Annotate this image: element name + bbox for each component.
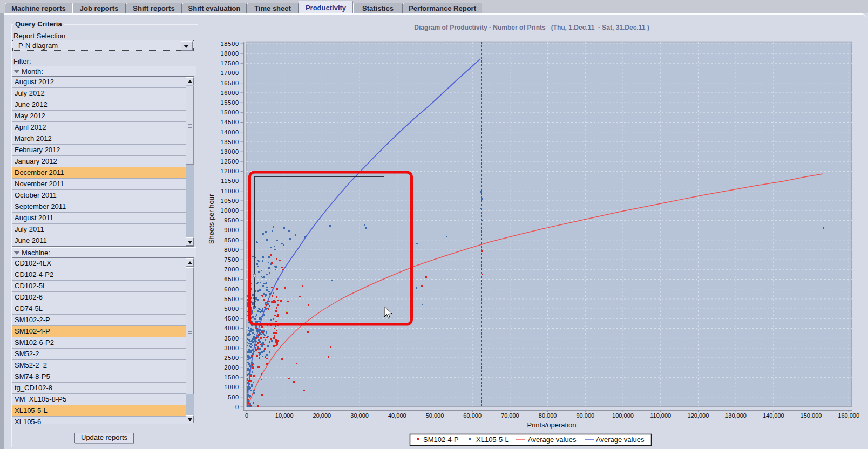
svg-text:6500: 6500 (224, 276, 239, 282)
svg-text:500: 500 (228, 394, 239, 400)
svg-text:10000: 10000 (220, 207, 239, 214)
svg-text:9000: 9000 (224, 227, 239, 233)
svg-text:20,000: 20,000 (313, 412, 331, 419)
svg-text:100,000: 100,000 (612, 412, 634, 419)
svg-text:7000: 7000 (224, 266, 239, 273)
svg-text:3000: 3000 (224, 345, 239, 351)
svg-text:120,000: 120,000 (688, 412, 709, 419)
svg-text:Sheets per hour: Sheets per hour (207, 194, 215, 244)
svg-text:0: 0 (245, 412, 248, 419)
svg-text:18000: 18000 (220, 50, 239, 57)
svg-text:130,000: 130,000 (725, 412, 747, 419)
svg-text:7500: 7500 (224, 256, 239, 263)
svg-text:6000: 6000 (224, 286, 239, 292)
svg-text:1000: 1000 (224, 384, 239, 390)
svg-text:60,000: 60,000 (463, 412, 482, 419)
svg-text:10,000: 10,000 (275, 412, 294, 419)
svg-text:14000: 14000 (220, 129, 239, 135)
svg-text:3500: 3500 (224, 335, 239, 342)
svg-text:SM102-4-P: SM102-4-P (423, 436, 459, 444)
svg-text:4500: 4500 (224, 315, 239, 322)
svg-text:17000: 17000 (220, 70, 239, 76)
svg-text:11000: 11000 (221, 188, 239, 194)
svg-text:Diagram of Productivity - Numb: Diagram of Productivity - Number of Prin… (414, 24, 649, 31)
svg-text:2500: 2500 (224, 355, 239, 361)
svg-text:80,000: 80,000 (539, 412, 557, 419)
svg-text:0: 0 (235, 404, 239, 410)
svg-text:Prints/operation: Prints/operation (527, 421, 576, 429)
svg-text:160,000: 160,000 (838, 412, 859, 419)
svg-text:8000: 8000 (224, 247, 239, 253)
svg-text:16000: 16000 (220, 90, 239, 96)
svg-text:18500: 18500 (220, 40, 239, 47)
svg-text:13500: 13500 (220, 139, 239, 145)
svg-text:4000: 4000 (224, 325, 239, 331)
svg-text:15000: 15000 (220, 109, 239, 115)
svg-text:30,000: 30,000 (350, 412, 369, 419)
svg-text:17500: 17500 (220, 60, 239, 66)
svg-text:5500: 5500 (224, 296, 239, 302)
svg-text:70,000: 70,000 (501, 412, 519, 419)
svg-text:90,000: 90,000 (576, 412, 594, 419)
svg-text:XL105-5-L: XL105-5-L (476, 436, 509, 444)
svg-text:Average values: Average values (596, 436, 645, 444)
svg-text:5000: 5000 (224, 305, 239, 312)
svg-text:2000: 2000 (224, 364, 239, 371)
svg-text:15500: 15500 (220, 99, 239, 106)
svg-text:12000: 12000 (220, 168, 239, 174)
svg-text:16500: 16500 (220, 80, 239, 86)
svg-text:Average values: Average values (528, 436, 577, 444)
svg-text:140,000: 140,000 (763, 412, 784, 419)
svg-text:13000: 13000 (220, 148, 239, 155)
svg-text:1500: 1500 (224, 374, 239, 380)
svg-text:110,000: 110,000 (650, 412, 671, 419)
svg-text:50,000: 50,000 (426, 412, 444, 419)
svg-text:14500: 14500 (220, 119, 239, 125)
svg-text:8500: 8500 (224, 237, 239, 243)
svg-text:150,000: 150,000 (801, 412, 822, 419)
svg-text:12500: 12500 (220, 158, 239, 165)
svg-text:40,000: 40,000 (388, 412, 406, 419)
svg-text:9500: 9500 (224, 217, 239, 223)
svg-text:10500: 10500 (220, 198, 239, 204)
svg-text:11500: 11500 (221, 178, 239, 184)
